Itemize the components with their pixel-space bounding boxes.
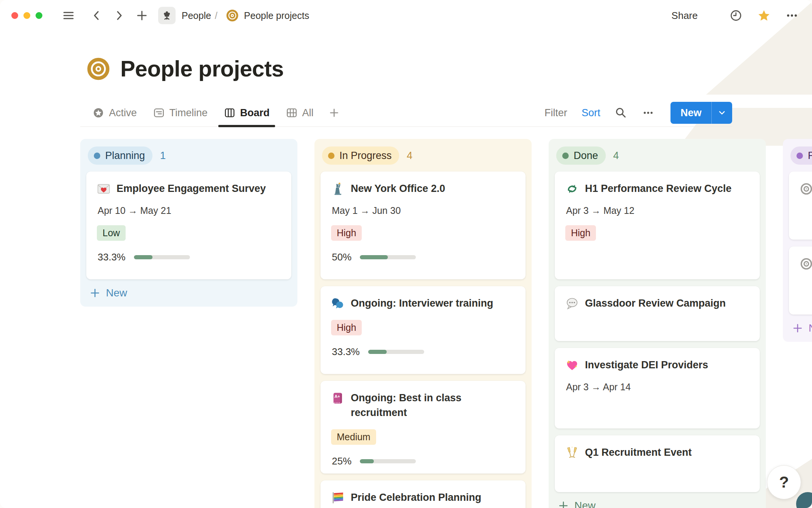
status-dot-icon xyxy=(562,153,569,159)
more-options-button[interactable] xyxy=(786,9,798,22)
tab-label: All xyxy=(302,107,314,119)
zoom-window-button[interactable] xyxy=(36,12,42,19)
search-button[interactable] xyxy=(614,106,627,119)
nav-forward-button[interactable] xyxy=(113,9,126,22)
add-card-label: New xyxy=(106,287,127,299)
champagne-glasses-icon xyxy=(565,446,579,460)
hamburger-icon xyxy=(62,9,75,22)
priority-badge: High xyxy=(565,225,596,241)
column-name: In Progress xyxy=(339,150,392,162)
column-status-pill[interactable]: Planning xyxy=(88,146,152,165)
new-button-group: New xyxy=(670,102,732,124)
view-options-button[interactable] xyxy=(642,106,655,119)
progress-label: 50% xyxy=(332,251,352,263)
card-pride-celebration-planning[interactable]: Pride Celebration Planning xyxy=(320,480,526,508)
filter-button[interactable]: Filter xyxy=(544,107,567,119)
search-icon xyxy=(614,106,627,119)
new-button-dropdown[interactable] xyxy=(711,102,732,124)
progress-label: 33.3% xyxy=(98,251,126,263)
favorite-button[interactable] xyxy=(758,9,770,22)
card-best-in-class-recruitment[interactable]: A+ Ongoing: Best in class recruitment Me… xyxy=(320,381,526,474)
card-title: H1 Performance Review Cycle xyxy=(585,181,731,196)
column-planning: Planning 1 Employee Engagement Survey Ap… xyxy=(80,139,297,307)
star-circle-icon xyxy=(92,107,104,119)
card-h1-performance-review[interactable]: H1 Performance Review Cycle Apr 3 → May … xyxy=(555,171,760,279)
plus-icon xyxy=(328,107,340,119)
statue-of-liberty-icon xyxy=(331,182,345,196)
card-glassdoor-review-campaign[interactable]: Glassdoor Review Campaign xyxy=(555,286,760,341)
card-dates: Apr 3 → Apr 14 xyxy=(566,382,749,393)
column-count: 4 xyxy=(613,150,619,162)
card-employee-engagement-survey[interactable]: Employee Engagement Survey Apr 10 → May … xyxy=(86,171,291,279)
card-title: Glassdoor Review Campaign xyxy=(585,296,726,311)
card-paused-2[interactable] xyxy=(789,246,812,315)
priority-badge: Low xyxy=(97,225,126,241)
add-card-button[interactable]: New xyxy=(558,500,760,508)
rainbow-flag-icon xyxy=(331,491,345,505)
svg-text:A+: A+ xyxy=(334,394,340,399)
add-view-button[interactable] xyxy=(324,99,344,126)
new-tab-button[interactable] xyxy=(135,9,148,22)
chevron-right-icon xyxy=(113,9,126,22)
breadcrumb-root-icon-box[interactable] xyxy=(158,7,176,24)
a-plus-book-icon: A+ xyxy=(331,391,345,405)
plus-icon xyxy=(135,9,148,22)
add-card-button[interactable]: New xyxy=(89,287,291,299)
nav-back-button[interactable] xyxy=(90,9,103,22)
target-icon xyxy=(226,9,239,22)
card-title: Q1 Recruitment Event xyxy=(585,445,692,460)
add-card-button[interactable]: N xyxy=(792,322,812,334)
flower-icon xyxy=(161,10,173,21)
column-done: Done 4 H1 Performance Review Cycle xyxy=(549,139,766,508)
chevron-down-icon xyxy=(717,108,727,118)
kanban-board: Planning 1 Employee Engagement Survey Ap… xyxy=(80,139,812,508)
bullseye-icon xyxy=(800,182,812,196)
tab-active-view[interactable]: Active xyxy=(87,99,142,126)
traffic-lights xyxy=(11,12,42,19)
plus-icon xyxy=(792,323,803,334)
window-titlebar: People / People projects Share xyxy=(0,0,812,31)
share-button[interactable]: Share xyxy=(672,10,698,22)
card-dates: Apr 3 → May 12 xyxy=(566,205,749,216)
breadcrumb-root[interactable]: People xyxy=(182,10,211,21)
sort-button[interactable]: Sort xyxy=(582,107,600,119)
tab-board[interactable]: Board xyxy=(218,99,275,126)
priority-badge: High xyxy=(331,225,362,241)
card-title: Pride Celebration Planning xyxy=(351,490,481,505)
card-q1-recruitment-event[interactable]: Q1 Recruitment Event xyxy=(555,435,760,492)
chevron-left-icon xyxy=(90,9,103,22)
status-dot-icon xyxy=(796,153,803,159)
card-investigate-dei-providers[interactable]: Investigate DEI Providers Apr 3 → Apr 14 xyxy=(555,348,760,429)
progress-bar xyxy=(360,255,416,259)
new-button[interactable]: New xyxy=(670,102,711,124)
breadcrumb-separator: / xyxy=(215,10,218,21)
timeline-icon xyxy=(153,107,165,119)
app-window: People / People projects Share xyxy=(0,0,812,508)
card-title: Ongoing: Best in class recruitment xyxy=(351,391,515,420)
priority-badge: High xyxy=(331,320,362,335)
column-status-pill[interactable]: Pa xyxy=(790,146,812,165)
page-target-icon xyxy=(86,57,110,81)
history-button[interactable] xyxy=(730,9,742,22)
breadcrumb-current[interactable]: People projects xyxy=(244,10,309,21)
card-interviewer-training[interactable]: Ongoing: Interviewer training High 33.3% xyxy=(320,286,526,374)
column-name: Planning xyxy=(105,150,145,162)
column-name: Done xyxy=(574,150,598,162)
card-dates: Apr 10 → May 21 xyxy=(98,205,281,216)
tab-all[interactable]: All xyxy=(280,99,319,126)
card-title: Ongoing: Interviewer training xyxy=(351,296,493,311)
help-button[interactable]: ? xyxy=(767,465,801,499)
page-title[interactable]: People projects xyxy=(120,56,284,82)
column-status-pill[interactable]: In Progress xyxy=(322,146,399,165)
column-status-pill[interactable]: Done xyxy=(556,146,606,165)
plus-icon xyxy=(89,287,101,299)
close-window-button[interactable] xyxy=(11,12,18,19)
minimize-window-button[interactable] xyxy=(23,12,30,19)
board-icon xyxy=(224,107,236,119)
card-new-york-office[interactable]: New York Office 2.0 May 1 → Jun 30 High … xyxy=(320,171,526,279)
tab-timeline[interactable]: Timeline xyxy=(148,99,213,126)
card-paused-1[interactable] xyxy=(789,171,812,240)
card-title: Employee Engagement Survey xyxy=(117,181,266,196)
sidebar-toggle-button[interactable] xyxy=(62,9,75,22)
progress-bar xyxy=(368,350,424,354)
